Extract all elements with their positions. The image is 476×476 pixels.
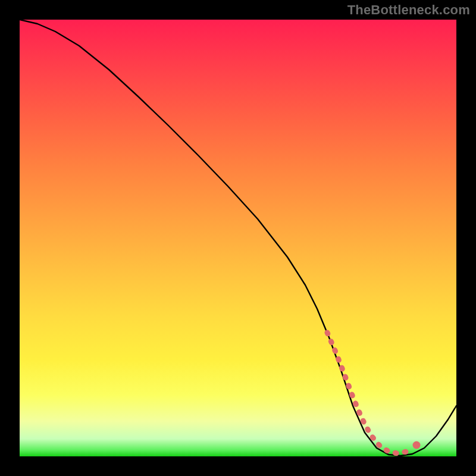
- plot-area: [20, 20, 456, 456]
- watermark-text: TheBottleneck.com: [347, 2, 470, 18]
- highlight-dot: [413, 441, 421, 449]
- chart-svg: [20, 20, 456, 456]
- highlight-segment: [327, 333, 412, 453]
- bottleneck-curve: [20, 20, 456, 456]
